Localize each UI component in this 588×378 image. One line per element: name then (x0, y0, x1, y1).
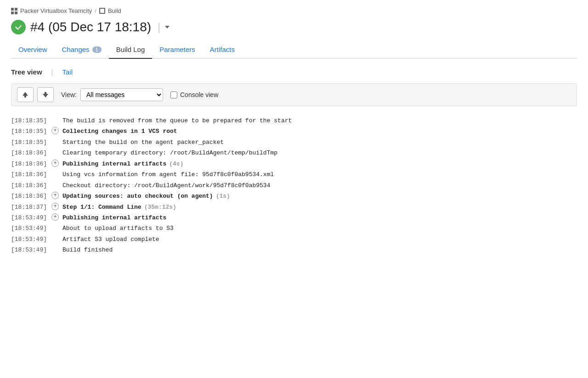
build-title-area: #4 (05 Dec 17 18:18) | (11, 20, 577, 34)
breadcrumb: Packer Virtualbox Teamcity / Build (11, 7, 577, 14)
view-mode-separator: | (51, 68, 53, 76)
build-number: #4 (05 Dec 17 18:18) (30, 20, 151, 34)
log-text: Publishing internal artifacts(4s) (62, 159, 577, 169)
tab-changes-badge: 1 (92, 46, 102, 53)
log-line: [18:18:35]The build is removed from the … (11, 115, 577, 126)
log-line: [18:18:36]+Updating sources: auto checko… (11, 191, 577, 201)
log-timestamp: [18:18:35] (11, 126, 48, 136)
title-divider: | (158, 21, 160, 34)
log-line: [18:18:36]Using vcs information from age… (11, 169, 577, 180)
tab-changes-label: Changes (62, 46, 90, 53)
log-line: [18:53:49]Build finished (11, 245, 577, 255)
page-container: Packer Virtualbox Teamcity / Build #4 (0… (0, 0, 588, 263)
down-arrow-icon (42, 91, 49, 98)
svg-rect-1 (24, 96, 26, 97)
breadcrumb-project-link[interactable]: Packer Virtualbox Teamcity (20, 7, 92, 14)
log-line: [18:18:36]+Publishing internal artifacts… (11, 159, 577, 169)
log-expand-button[interactable]: + (51, 127, 59, 134)
up-arrow-icon (22, 91, 29, 98)
log-line: [18:53:49]+Publishing internal artifacts (11, 212, 577, 223)
log-expand-button[interactable]: + (51, 192, 59, 199)
log-timestamp: [18:53:49] (11, 245, 48, 255)
log-duration: (1s) (216, 193, 230, 200)
log-view-controls: Tree view | Tail (11, 68, 577, 76)
tab-bar: Overview Changes 1 Build Log Parameters … (11, 42, 577, 59)
log-duration: (35m:12s) (144, 204, 176, 211)
log-text: Publishing internal artifacts (62, 213, 577, 223)
log-line: [18:53:49]Artifact S3 upload complete (11, 234, 577, 245)
log-timestamp: [18:18:35] (11, 116, 48, 126)
log-timestamp: [18:18:36] (11, 159, 48, 169)
log-line: [18:18:35]Starting the build on the agen… (11, 137, 577, 148)
log-text: Collecting changes in 1 VCS root (62, 126, 577, 136)
log-line: [18:53:49]About to upload artifacts to S… (11, 223, 577, 234)
tab-buildlog-label: Build Log (116, 46, 145, 53)
log-toolbar: View: All messages Errors and warnings B… (11, 83, 577, 106)
tab-parameters[interactable]: Parameters (152, 42, 203, 59)
log-timestamp: [18:18:35] (11, 137, 48, 147)
log-timestamp: [18:18:36] (11, 181, 48, 190)
log-timestamp: [18:53:49] (11, 213, 48, 223)
tail-link[interactable]: Tail (62, 68, 73, 76)
log-text: Using vcs information from agent file: 9… (62, 170, 577, 179)
breadcrumb-separator: / (95, 7, 96, 14)
tab-parameters-label: Parameters (159, 46, 195, 53)
console-view-checkbox[interactable] (170, 92, 177, 98)
tab-overview[interactable]: Overview (11, 42, 55, 59)
log-duration: (4s) (169, 160, 183, 167)
log-text: Checkout directory: /root/BuildAgent/wor… (62, 181, 577, 190)
log-text: Build finished (62, 245, 577, 255)
log-timestamp: [18:53:49] (11, 223, 48, 233)
success-icon (11, 20, 26, 34)
tab-changes[interactable]: Changes 1 (55, 42, 109, 59)
tab-overview-label: Overview (18, 46, 47, 53)
svg-marker-0 (23, 92, 28, 96)
log-text: Step 1/1: Command Line(35m:12s) (62, 202, 577, 212)
log-timestamp: [18:18:36] (11, 148, 48, 158)
console-view-label: Console view (180, 91, 218, 98)
build-square-icon (99, 8, 105, 14)
log-timestamp: [18:18:36] (11, 170, 48, 179)
svg-rect-3 (45, 92, 46, 94)
tree-view-label: Tree view (11, 68, 42, 76)
log-text: Updating sources: auto checkout (on agen… (62, 191, 577, 201)
tab-artifacts[interactable]: Artifacts (203, 42, 242, 59)
log-text: Starting the build on the agent packer_p… (62, 137, 577, 147)
project-grid-icon (11, 8, 17, 14)
log-timestamp: [18:18:36] (11, 191, 48, 201)
log-expand-button[interactable]: + (51, 203, 59, 210)
log-line: [18:18:37]+Step 1/1: Command Line(35m:12… (11, 202, 577, 212)
log-expand-button[interactable]: + (51, 213, 59, 221)
log-line: [18:18:36]Checkout directory: /root/Buil… (11, 180, 577, 191)
log-line: [18:18:35]+Collecting changes in 1 VCS r… (11, 126, 577, 137)
console-view-wrap: Console view (170, 91, 218, 98)
tab-artifacts-label: Artifacts (210, 46, 235, 53)
log-area: [18:18:35]The build is removed from the … (11, 115, 577, 256)
log-text: The build is removed from the queue to b… (62, 116, 577, 126)
log-text: About to upload artifacts to S3 (62, 223, 577, 233)
view-dropdown-label: View: (61, 91, 77, 98)
breadcrumb-build-link[interactable]: Build (108, 7, 121, 14)
tab-buildlog[interactable]: Build Log (109, 42, 153, 59)
svg-marker-2 (43, 94, 48, 97)
log-expand-button[interactable]: + (51, 160, 59, 167)
build-dropdown-arrow[interactable] (165, 26, 170, 29)
scroll-up-button[interactable] (17, 87, 34, 102)
view-messages-select[interactable]: All messages Errors and warnings Build p… (80, 88, 163, 101)
log-timestamp: [18:18:37] (11, 202, 48, 212)
scroll-down-button[interactable] (37, 87, 54, 102)
log-line: [18:18:36]Clearing temporary directory: … (11, 148, 577, 158)
log-text: Artifact S3 upload complete (62, 235, 577, 244)
log-text: Clearing temporary directory: /root/Buil… (62, 148, 577, 158)
log-timestamp: [18:53:49] (11, 235, 48, 244)
